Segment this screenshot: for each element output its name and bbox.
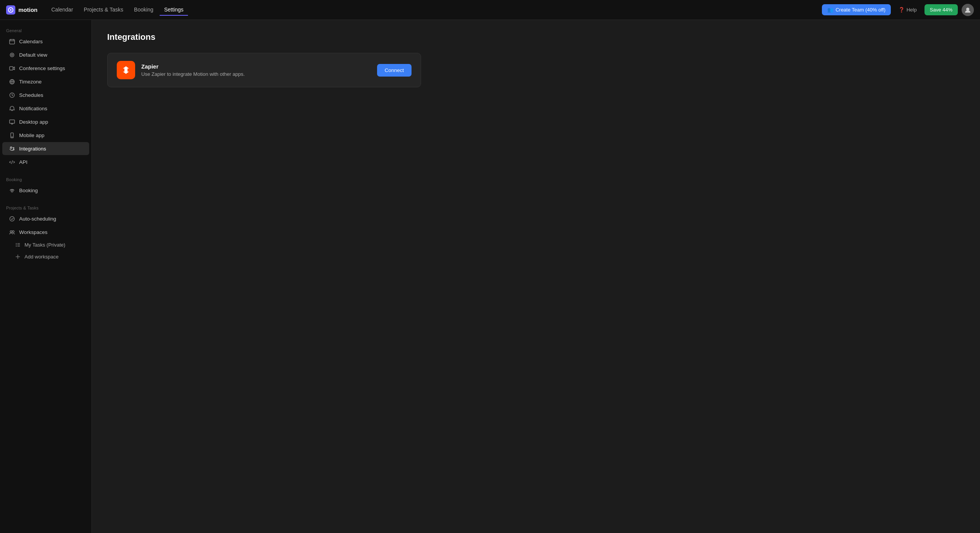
sidebar-general-label: General [0,25,91,34]
svg-rect-3 [10,39,15,44]
connect-button[interactable]: Connect [377,64,412,77]
svg-point-18 [11,136,12,137]
my-tasks-label: My Tasks (Private) [24,242,65,248]
integrations-icon [8,145,15,152]
conference-settings-icon [8,65,15,72]
navbar: motion Calendar Projects & Tasks Booking… [0,0,980,20]
svg-point-2 [966,8,969,11]
create-team-button[interactable]: 👥 Create Team (40% off) [822,4,891,15]
conference-settings-label: Conference settings [19,65,65,71]
svg-point-8 [11,54,13,56]
mobile-app-label: Mobile app [19,132,44,138]
sidebar-item-schedules[interactable]: Schedules [2,88,89,101]
svg-line-20 [11,160,13,164]
sidebar: General Calendars Default view [0,20,92,533]
nav-booking[interactable]: Booking [129,4,158,16]
svg-point-22 [10,216,14,221]
svg-point-1 [10,9,11,11]
create-team-icon: 👥 [827,7,833,13]
add-workspace-icon [15,253,21,260]
sidebar-item-auto-scheduling[interactable]: Auto-scheduling [2,212,89,225]
integration-info: Zapier Use Zapier to integrate Motion wi… [141,63,371,77]
auto-scheduling-icon [8,215,15,222]
workspaces-icon [8,229,15,235]
default-view-label: Default view [19,52,47,58]
sidebar-item-integrations[interactable]: Integrations [2,142,89,155]
sidebar-item-api[interactable]: API [2,155,89,168]
svg-rect-9 [10,67,13,70]
svg-point-7 [10,53,14,57]
integration-name: Zapier [141,63,371,70]
api-icon [8,159,15,165]
sidebar-projects-tasks-label: Projects & Tasks [0,202,91,212]
desktop-app-label: Desktop app [19,119,48,125]
notifications-icon [8,105,15,112]
sidebar-item-conference-settings[interactable]: Conference settings [2,62,89,75]
svg-rect-14 [10,120,15,123]
calendars-label: Calendars [19,39,43,44]
default-view-icon [8,51,15,58]
sidebar-item-workspaces[interactable]: Workspaces [2,226,89,239]
mobile-app-icon [8,132,15,139]
sidebar-item-desktop-app[interactable]: Desktop app [2,115,89,128]
main-content: Integrations Zapier Use Zapier to integr… [92,20,980,533]
integration-description: Use Zapier to integrate Motion with othe… [141,71,371,77]
svg-point-24 [12,231,14,232]
sidebar-item-mobile-app[interactable]: Mobile app [2,129,89,142]
sidebar-booking-label: Booking [0,173,91,183]
schedules-label: Schedules [19,92,43,98]
nav-links: Calendar Projects & Tasks Booking Settin… [47,4,813,16]
auto-scheduling-label: Auto-scheduling [19,216,56,222]
brand-name: motion [18,7,38,13]
workspaces-label: Workspaces [19,229,47,235]
sidebar-item-notifications[interactable]: Notifications [2,102,89,115]
brand-icon [6,5,15,15]
sidebar-item-timezone[interactable]: Timezone [2,75,89,88]
sidebar-item-my-tasks[interactable]: My Tasks (Private) [2,239,89,250]
svg-point-23 [10,231,12,232]
avatar[interactable] [962,4,974,16]
calendars-icon [8,38,15,45]
svg-point-19 [10,147,12,148]
sidebar-item-add-workspace[interactable]: Add workspace [2,251,89,262]
integration-card-zapier: Zapier Use Zapier to integrate Motion wi… [107,53,421,87]
svg-point-21 [11,190,13,192]
sidebar-item-calendars[interactable]: Calendars [2,35,89,48]
api-label: API [19,159,28,165]
sidebar-item-default-view[interactable]: Default view [2,48,89,61]
nav-settings[interactable]: Settings [160,4,188,16]
my-tasks-icon [15,242,21,248]
timezone-icon [8,78,15,85]
app-layout: General Calendars Default view [0,20,980,533]
integrations-label: Integrations [19,146,46,152]
navbar-actions: 👥 Create Team (40% off) ❓ Help Save 44% [822,4,974,16]
help-icon: ❓ [898,7,905,13]
add-workspace-label: Add workspace [24,254,59,260]
brand: motion [6,5,38,15]
nav-calendar[interactable]: Calendar [47,4,78,16]
desktop-app-icon [8,118,15,125]
zapier-logo [117,61,135,79]
notifications-label: Notifications [19,106,47,111]
schedules-icon [8,92,15,98]
page-title: Integrations [107,32,965,42]
timezone-label: Timezone [19,79,42,85]
sidebar-item-booking[interactable]: Booking [2,184,89,197]
booking-icon [8,187,15,194]
save-button[interactable]: Save 44% [924,4,958,15]
help-button[interactable]: ❓ Help [895,4,921,15]
nav-projects-tasks[interactable]: Projects & Tasks [79,4,128,16]
booking-label: Booking [19,188,38,193]
